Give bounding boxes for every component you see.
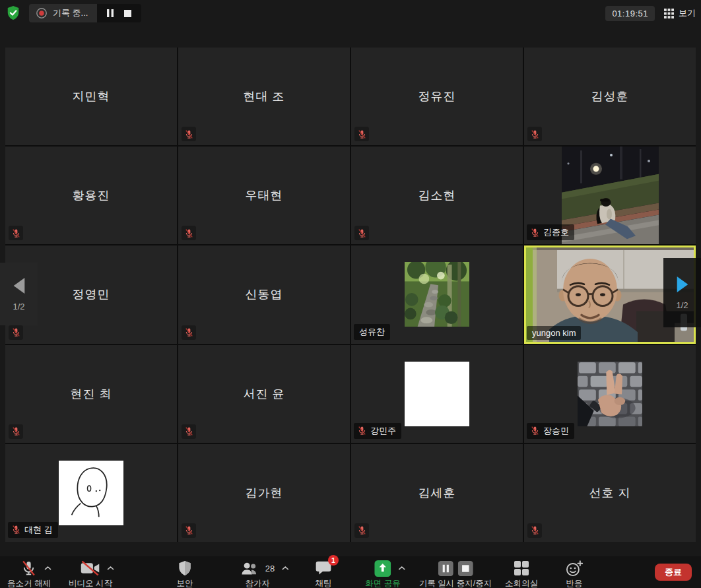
muted-mic-icon xyxy=(182,424,196,439)
participant-name-label: 장승민 xyxy=(527,423,574,439)
muted-mic-icon xyxy=(9,325,23,340)
toolbar-item-label: 반응 xyxy=(566,579,583,588)
share-screen-icon xyxy=(374,560,391,577)
participant-tile-17[interactable]: 대현 김 xyxy=(5,444,177,542)
participant-tile-7[interactable]: 김소현 xyxy=(351,147,523,244)
toolbar-item-start-video[interactable]: 비디오 시작 xyxy=(69,560,112,588)
participant-name: 지민혁 xyxy=(5,48,177,145)
participant-name-label: yungon kim xyxy=(527,326,581,340)
participant-name-label: 강민주 xyxy=(354,423,401,439)
participant-tile-4[interactable]: 김성훈 xyxy=(524,48,696,145)
participant-name: 김가현 xyxy=(178,444,350,542)
participant-name: 현진 최 xyxy=(5,345,177,443)
participant-tile-6[interactable]: 우태현 xyxy=(178,147,350,244)
participant-tile-2[interactable]: 현대 조 xyxy=(178,48,350,145)
reactions-icon xyxy=(566,560,584,577)
participant-tile-14[interactable]: 서진 윤 xyxy=(178,345,350,443)
meeting-timer: 01:19:51 xyxy=(605,6,655,21)
participant-name: 대현 김 xyxy=(24,524,53,536)
toolbar-item-share-screen[interactable]: 화면 공유 xyxy=(365,560,400,588)
participant-tile-5[interactable]: 황용진 xyxy=(5,147,177,244)
previous-page-button[interactable]: 1/2 xyxy=(0,263,38,325)
participant-name: 김성훈 xyxy=(524,48,696,145)
chevron-up-icon[interactable] xyxy=(282,566,289,571)
toolbar-item-security[interactable]: 보안 xyxy=(177,560,193,588)
muted-mic-icon xyxy=(527,523,542,538)
toolbar-item-unmute[interactable]: 음소거 해제 xyxy=(7,560,51,588)
toolbar-item-chat[interactable]: 1채팅 xyxy=(315,560,332,588)
participant-name: 신동엽 xyxy=(178,245,350,343)
page-indicator-right: 1/2 xyxy=(676,300,688,310)
toolbar-item-label: 기록 일시 중지/중지 xyxy=(419,579,492,588)
view-button[interactable]: 보기 xyxy=(664,7,696,19)
muted-mic-icon xyxy=(11,525,21,535)
toolbar-item-label: 참가자 xyxy=(245,579,270,588)
meeting-toolbar: 음소거 해제비디오 시작보안28참가자1채팅화면 공유기록 일시 중지/중지소회… xyxy=(0,556,701,588)
video-off-icon xyxy=(81,561,100,575)
toolbar-item-label: 비디오 시작 xyxy=(69,579,112,588)
participant-name-label: 대현 김 xyxy=(8,522,58,538)
toolbar-item-label: 음소거 해제 xyxy=(7,579,51,588)
participant-name: 김종호 xyxy=(543,226,569,238)
toolbar-item-participants[interactable]: 28참가자 xyxy=(240,560,275,588)
avatar-image xyxy=(405,362,469,426)
muted-mic-icon xyxy=(527,127,542,141)
participant-tile-10[interactable]: 신동엽 xyxy=(178,245,350,343)
participant-tile-18[interactable]: 김가현 xyxy=(178,444,350,542)
participant-name: yungon kim xyxy=(532,328,576,338)
avatar-image xyxy=(59,461,123,525)
participant-name: 강민주 xyxy=(370,425,396,437)
participant-name: 선호 지 xyxy=(524,444,696,542)
muted-mic-icon xyxy=(182,226,196,240)
chevron-right-icon xyxy=(675,275,690,294)
participant-name: 장승민 xyxy=(543,425,569,437)
toolbar-item-breakout[interactable]: 소회의실 xyxy=(505,560,538,588)
participants-icon xyxy=(240,561,259,576)
recording-indicator: 기록 중... xyxy=(29,4,141,22)
breakout-rooms-icon xyxy=(514,560,529,576)
muted-mic-icon xyxy=(357,426,367,436)
muted-mic-icon xyxy=(530,426,540,436)
muted-mic-icon xyxy=(354,523,369,538)
participant-name-label: 성유찬 xyxy=(354,324,390,340)
participant-name: 현대 조 xyxy=(178,48,350,145)
shield-icon xyxy=(178,560,193,577)
toolbar-item-reactions[interactable]: 반응 xyxy=(566,560,584,588)
toolbar-item-label: 채팅 xyxy=(316,579,332,588)
end-meeting-button[interactable]: 종료 xyxy=(655,564,692,581)
record-controls-icon xyxy=(438,561,473,576)
participant-tile-19[interactable]: 김세훈 xyxy=(351,444,523,542)
participant-tile-13[interactable]: 현진 최 xyxy=(5,345,177,443)
page-indicator-left: 1/2 xyxy=(13,302,24,311)
encryption-shield-icon[interactable] xyxy=(5,5,21,22)
toolbar-item-label: 보안 xyxy=(177,579,193,588)
recording-dot-icon xyxy=(36,7,48,19)
muted-mic-icon xyxy=(182,325,196,340)
stop-recording-button[interactable] xyxy=(123,9,132,18)
participant-tile-11[interactable]: 성유찬 xyxy=(351,245,523,343)
muted-mic-icon xyxy=(530,228,540,238)
participant-tile-15[interactable]: 강민주 xyxy=(351,345,523,443)
participant-name: 서진 윤 xyxy=(178,345,350,443)
participant-tile-3[interactable]: 정유진 xyxy=(351,48,523,145)
view-button-label: 보기 xyxy=(679,7,696,19)
participant-name: 김소현 xyxy=(351,147,523,244)
participant-tile-16[interactable]: 장승민 xyxy=(524,345,696,443)
chevron-up-icon[interactable] xyxy=(107,566,114,571)
pause-recording-button[interactable] xyxy=(106,9,114,18)
next-page-button[interactable]: 1/2 xyxy=(663,258,701,327)
chevron-left-icon xyxy=(11,277,27,295)
participant-tile-1[interactable]: 지민혁 xyxy=(5,48,177,145)
avatar-image xyxy=(578,362,642,426)
participant-tile-20[interactable]: 선호 지 xyxy=(524,444,696,542)
chevron-up-icon[interactable] xyxy=(44,566,51,571)
toolbar-item-record-toggle[interactable]: 기록 일시 중지/중지 xyxy=(419,560,492,588)
toolbar-item-label: 소회의실 xyxy=(505,579,538,588)
participant-name: 김세훈 xyxy=(351,444,523,542)
muted-mic-icon xyxy=(9,424,23,439)
participant-name: 정유진 xyxy=(351,48,523,145)
muted-mic-icon xyxy=(182,523,196,538)
muted-mic-icon xyxy=(354,127,369,141)
participant-tile-8[interactable]: 김종호 xyxy=(524,147,696,244)
chevron-up-icon[interactable] xyxy=(398,566,405,571)
